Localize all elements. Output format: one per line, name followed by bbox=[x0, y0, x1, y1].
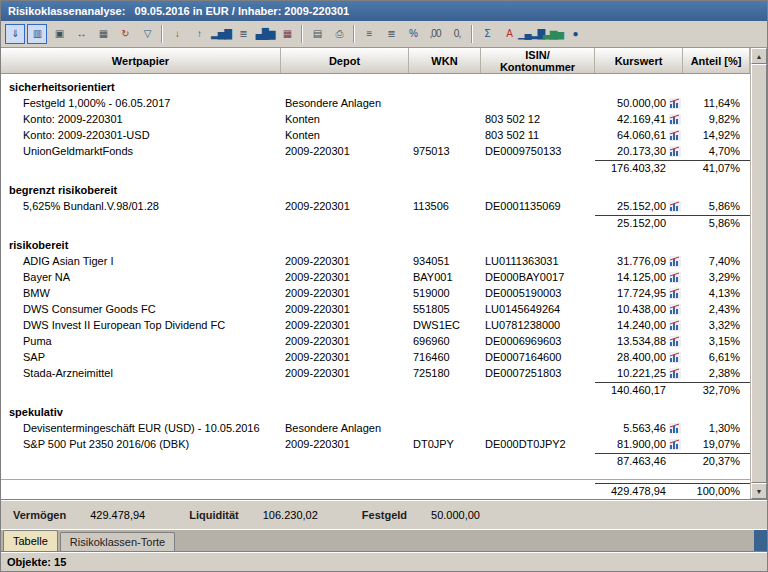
row-chart-icon[interactable] bbox=[669, 130, 681, 141]
filler-cell bbox=[409, 160, 481, 176]
row-chart-icon[interactable] bbox=[669, 423, 681, 434]
filler-cell bbox=[281, 382, 409, 398]
table-row[interactable]: BMW2009-220301519000DE000519000317.724,9… bbox=[1, 286, 750, 302]
cell-wertpapier: BMW bbox=[1, 286, 281, 302]
remove-decimal-icon[interactable]: 0, bbox=[447, 24, 467, 44]
cell-depot: 2009-220301 bbox=[281, 270, 409, 286]
font-icon[interactable]: A bbox=[499, 24, 519, 44]
align-justify-icon[interactable]: ≣ bbox=[381, 24, 401, 44]
table-row[interactable]: SAP2009-220301716460DE000716460028.400,0… bbox=[1, 350, 750, 366]
tab-corner-button[interactable] bbox=[754, 530, 767, 551]
cell-wertpapier: DWS Invest II European Top Dividend FC bbox=[1, 318, 281, 334]
row-chart-icon[interactable] bbox=[669, 336, 681, 347]
copy-icon[interactable]: ▣ bbox=[49, 24, 69, 44]
kurswert-value: 10.221,25 bbox=[617, 367, 666, 379]
kurswert-value: 31.776,09 bbox=[617, 255, 666, 267]
row-chart-icon[interactable] bbox=[669, 201, 681, 212]
cell-isin: DE0005190003 bbox=[481, 286, 595, 302]
pie-chart-icon[interactable]: ● bbox=[565, 24, 585, 44]
print-icon[interactable]: ⎙ bbox=[329, 24, 349, 44]
chart-view-icon[interactable]: ▥ bbox=[27, 24, 47, 44]
align-left-icon[interactable]: ≡ bbox=[359, 24, 379, 44]
export-table-icon[interactable]: ⇓ bbox=[5, 24, 25, 44]
column-header-isin[interactable]: ISIN/Kontonummer bbox=[481, 48, 595, 73]
cell-anteil: 3,32% bbox=[683, 318, 750, 334]
cell-wkn bbox=[409, 96, 481, 112]
grid-edit-icon[interactable]: ▦ bbox=[93, 24, 113, 44]
group-header-row[interactable]: risikobereit bbox=[1, 238, 750, 254]
cell-anteil: 2,43% bbox=[683, 302, 750, 318]
kurswert-value: 81.900,00 bbox=[617, 438, 666, 450]
subtotal-anteil: 41,07% bbox=[683, 160, 750, 176]
summary-bar: Vermögen429.478,94Liquidität106.230,02Fe… bbox=[1, 499, 767, 529]
underline-total-icon[interactable]: ≣ bbox=[233, 24, 253, 44]
column-header-anteil[interactable]: Anteil [%] bbox=[683, 48, 750, 73]
row-chart-icon[interactable] bbox=[669, 320, 681, 331]
sort-desc-icon[interactable]: ↓ bbox=[167, 24, 187, 44]
line-chart-icon[interactable]: ▁▄▂▇ bbox=[521, 24, 541, 44]
filter-icon[interactable]: ▽ bbox=[137, 24, 157, 44]
group-header-row[interactable]: sicherheitsorientiert bbox=[1, 80, 750, 96]
table-row[interactable]: Devisentermingeschäft EUR (USD) - 10.05.… bbox=[1, 421, 750, 437]
column-chart-icon[interactable]: ▄█▆ bbox=[255, 24, 275, 44]
row-chart-icon[interactable] bbox=[669, 256, 681, 267]
column-header-kurswert[interactable]: Kurswert bbox=[595, 48, 683, 73]
scrollbar-thumb[interactable] bbox=[751, 64, 767, 483]
table-row[interactable]: UnionGeldmarktFonds2009-220301975013DE00… bbox=[1, 144, 750, 160]
table-row[interactable]: 5,625% Bundanl.V.98/01.282009-2203011135… bbox=[1, 199, 750, 215]
row-chart-icon[interactable] bbox=[669, 439, 681, 450]
summary-label-festgeld: Festgeld bbox=[362, 509, 407, 521]
title-bar[interactable]: Risikoklassenanalyse: 09.05.2016 in EUR … bbox=[1, 1, 767, 21]
small-chart-icon[interactable]: ▂▅▇ bbox=[211, 24, 231, 44]
table-row[interactable]: Bayer NA2009-220301BAY001DE000BAY001714.… bbox=[1, 270, 750, 286]
cell-isin bbox=[481, 421, 595, 437]
row-chart-icon[interactable] bbox=[669, 368, 681, 379]
table-row[interactable]: S&P 500 Put 2350 2016/06 (DBK)2009-22030… bbox=[1, 437, 750, 453]
cell-wertpapier: ADIG Asian Tiger I bbox=[1, 254, 281, 270]
row-chart-icon[interactable] bbox=[669, 114, 681, 125]
add-decimal-icon[interactable]: ,00 bbox=[425, 24, 445, 44]
group-label: risikobereit bbox=[1, 238, 281, 254]
calendar-icon[interactable]: ▦ bbox=[277, 24, 297, 44]
filler-cell bbox=[1, 215, 281, 231]
table-row[interactable]: Konto: 2009-220301Konten803 502 1242.169… bbox=[1, 112, 750, 128]
group-header-row[interactable]: spekulativ bbox=[1, 405, 750, 421]
toolbar-separator bbox=[161, 25, 163, 43]
column-header-wertpapier[interactable]: Wertpapier bbox=[1, 48, 281, 73]
table-row[interactable]: ADIG Asian Tiger I2009-220301934051LU011… bbox=[1, 254, 750, 270]
vertical-scrollbar[interactable]: ▲ ▼ bbox=[750, 48, 767, 499]
cell-isin: DE0007251803 bbox=[481, 366, 595, 382]
row-chart-icon[interactable] bbox=[669, 146, 681, 157]
table-row[interactable]: Puma2009-220301696960DE000696960313.534,… bbox=[1, 334, 750, 350]
bar-chart-icon[interactable]: ▃▆▅ bbox=[543, 24, 563, 44]
table-row[interactable]: Festgeld 1,000% - 06.05.2017Besondere An… bbox=[1, 96, 750, 112]
cell-depot: 2009-220301 bbox=[281, 254, 409, 270]
table-row[interactable]: Konto: 2009-220301-USDKonten803 502 1164… bbox=[1, 128, 750, 144]
row-chart-icon[interactable] bbox=[669, 352, 681, 363]
percent-icon[interactable]: % bbox=[403, 24, 423, 44]
group-header-row[interactable]: begrenzt risikobereit bbox=[1, 183, 750, 199]
table-row[interactable]: DWS Invest II European Top Dividend FC20… bbox=[1, 318, 750, 334]
notebook-icon[interactable]: ▤ bbox=[307, 24, 327, 44]
scroll-up-button[interactable]: ▲ bbox=[751, 48, 767, 64]
row-chart-icon[interactable] bbox=[669, 288, 681, 299]
column-header-depot[interactable]: Depot bbox=[281, 48, 409, 73]
row-chart-icon[interactable] bbox=[669, 98, 681, 109]
table-row[interactable]: Stada-Arzneimittel2009-220301725180DE000… bbox=[1, 366, 750, 382]
tab-tabelle[interactable]: Tabelle bbox=[3, 530, 58, 551]
fit-columns-icon[interactable]: ↔ bbox=[71, 24, 91, 44]
column-header-wkn[interactable]: WKN bbox=[409, 48, 481, 73]
refresh-icon[interactable]: ↻ bbox=[115, 24, 135, 44]
filler-cell bbox=[409, 453, 481, 469]
scroll-down-button[interactable]: ▼ bbox=[751, 483, 767, 499]
row-chart-icon[interactable] bbox=[669, 272, 681, 283]
row-chart-icon[interactable] bbox=[669, 304, 681, 315]
cell-isin: 803 502 11 bbox=[481, 128, 595, 144]
cell-depot: Besondere Anlagen bbox=[281, 96, 409, 112]
cell-isin: LU0145649264 bbox=[481, 302, 595, 318]
table-row[interactable]: DWS Consumer Goods FC2009-220301551805LU… bbox=[1, 302, 750, 318]
filler-cell bbox=[1, 483, 281, 499]
sum-icon[interactable]: Σ bbox=[477, 24, 497, 44]
tab-risikoklassen-torte[interactable]: Risikoklassen-Torte bbox=[60, 532, 175, 551]
sort-asc-icon[interactable]: ↑ bbox=[189, 24, 209, 44]
